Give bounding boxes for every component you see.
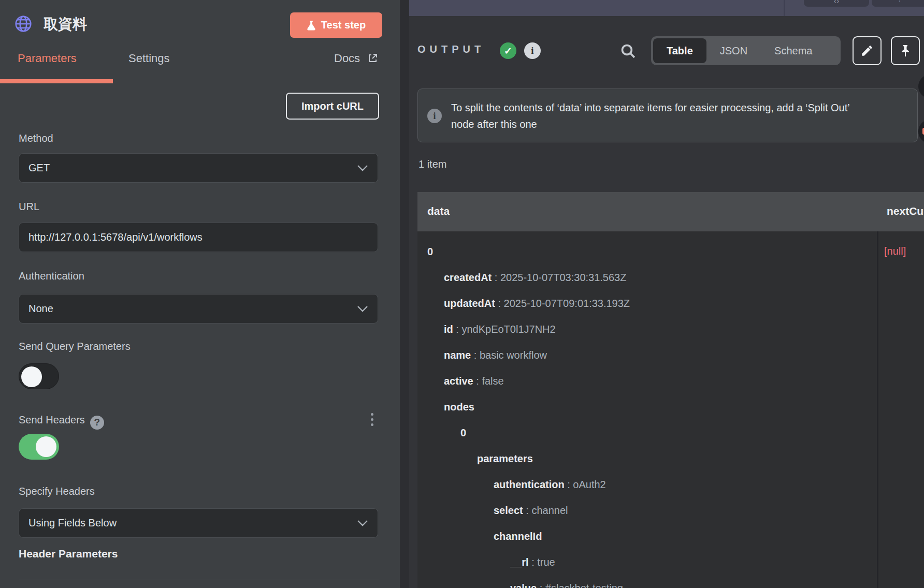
- tree-row: 0: [460, 427, 466, 439]
- authentication-label: Authentication: [19, 270, 84, 282]
- pin-data-button[interactable]: [891, 36, 920, 65]
- ellipsis-icon: ·: [898, 0, 901, 6]
- canvas-code-button[interactable]: ‹›: [804, 0, 869, 7]
- tab-settings[interactable]: Settings: [128, 52, 170, 65]
- help-icon[interactable]: ?: [90, 416, 104, 430]
- send-query-parameters-label: Send Query Parameters: [19, 341, 131, 352]
- url-label: URL: [19, 201, 39, 213]
- nextcursor-null-value: [null]: [884, 245, 906, 257]
- view-tab-json[interactable]: JSON: [706, 38, 761, 63]
- column-header-data: data: [427, 205, 450, 217]
- view-tab-table[interactable]: Table: [653, 38, 706, 63]
- strip-divider: [784, 0, 785, 16]
- pencil-icon: [860, 44, 874, 57]
- chevron-down-icon: [357, 305, 368, 313]
- output-table-body: 0createdAt : 2025-10-07T03:30:31.563Zupd…: [417, 231, 924, 588]
- tree-row: parameters: [477, 453, 533, 465]
- output-view-switcher: Table JSON Schema: [651, 36, 841, 65]
- info-icon: i: [427, 109, 442, 123]
- flask-icon: [307, 20, 316, 31]
- tree-row: select : channel: [494, 505, 568, 517]
- items-count: 1 item: [418, 158, 446, 170]
- pushpin-icon: [899, 44, 912, 57]
- tree-row: updatedAt : 2025-10-07T09:01:33.193Z: [444, 298, 630, 310]
- callout-text: To split the contents of ‘data’ into sep…: [451, 99, 865, 133]
- url-input[interactable]: http://127.0.0.1:5678/api/v1/workflows: [19, 223, 378, 252]
- tab-parameters[interactable]: Parameters: [18, 52, 77, 65]
- test-step-button[interactable]: Test step: [290, 12, 382, 38]
- tree-row: nodes: [444, 401, 474, 413]
- send-headers-toggle[interactable]: [19, 434, 59, 460]
- search-icon[interactable]: [619, 42, 637, 60]
- tree-row: value : #slackbot-testing: [510, 582, 623, 588]
- header-parameters-title: Header Parameters: [19, 548, 118, 560]
- tree-row: 0: [427, 246, 433, 258]
- view-tab-schema[interactable]: Schema: [761, 38, 826, 63]
- node-title: 取資料: [44, 14, 87, 34]
- method-select[interactable]: GET: [19, 153, 378, 183]
- http-request-node-icon: [13, 14, 33, 34]
- toggle-knob: [36, 436, 56, 457]
- chevron-down-icon: [357, 520, 368, 527]
- code-icon: ‹›: [834, 0, 840, 6]
- parameters-panel: 取資料 Test step Parameters Settings Docs I…: [0, 0, 400, 588]
- section-divider: [19, 580, 379, 580]
- specify-headers-label: Specify Headers: [19, 486, 95, 497]
- send-headers-label: Send Headers?: [19, 414, 104, 430]
- tree-row: id : yndKpEoT0l1J7NH2: [444, 324, 556, 335]
- chevron-down-icon: [357, 165, 368, 172]
- send-query-parameters-toggle[interactable]: [19, 363, 59, 389]
- toggle-knob: [21, 366, 42, 387]
- column-header-nextcursor: nextCursor: [887, 205, 924, 217]
- docs-link[interactable]: Docs: [334, 52, 378, 65]
- column-divider: [877, 231, 878, 588]
- active-tab-indicator: [0, 79, 113, 83]
- info-icon[interactable]: i: [524, 42, 541, 59]
- tree-row: __rl : true: [510, 556, 555, 568]
- edit-output-button[interactable]: [853, 36, 882, 65]
- authentication-select[interactable]: None: [19, 294, 378, 324]
- parameter-options-kebab-icon[interactable]: [368, 413, 376, 426]
- success-check-icon: ✓: [500, 42, 516, 59]
- specify-headers-select[interactable]: Using Fields Below: [19, 508, 378, 538]
- tree-row: channelId: [494, 531, 542, 542]
- output-table-header: data nextCursor: [417, 192, 924, 231]
- canvas-extra-button[interactable]: ·: [872, 0, 924, 7]
- tree-row: active : false: [444, 375, 504, 387]
- external-link-icon: [368, 52, 378, 65]
- tree-row: name : basic workflow: [444, 349, 547, 361]
- node-details-view: 取資料 Test step Parameters Settings Docs I…: [0, 0, 924, 588]
- split-out-hint-callout: i To split the contents of ‘data’ into s…: [417, 89, 918, 142]
- import-curl-button[interactable]: Import cURL: [286, 93, 379, 120]
- tree-row: createdAt : 2025-10-07T03:30:31.563Z: [444, 272, 626, 284]
- tree-row: authentication : oAuth2: [494, 479, 606, 491]
- output-panel-title: OUTPUT: [417, 43, 485, 55]
- method-label: Method: [19, 133, 53, 144]
